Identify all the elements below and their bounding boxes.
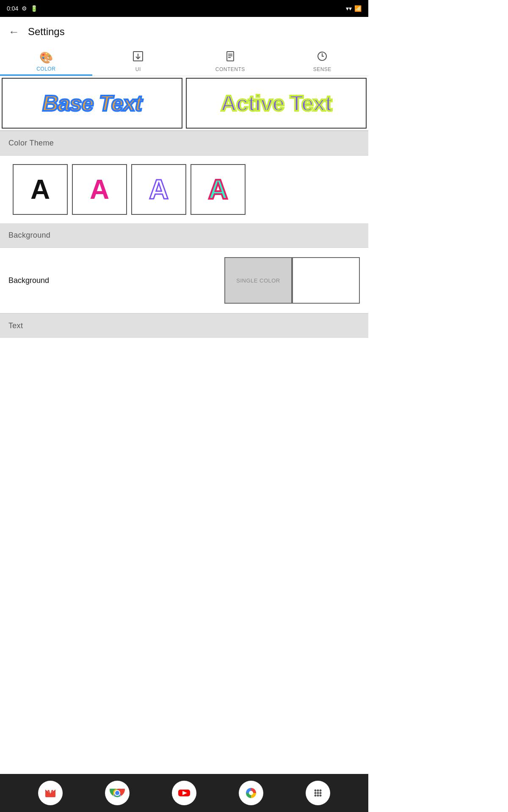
theme-option-pink[interactable]: A [72,164,127,215]
text-section-label: Text [8,321,23,330]
base-text-preview[interactable]: Base Text [2,78,182,129]
theme-option-plain[interactable]: A [13,164,68,215]
active-text-preview[interactable]: Active Text [186,78,367,129]
theme-outline-icon: A [149,174,168,205]
theme-plain-icon: A [30,174,50,205]
sense-tab-icon [317,51,328,65]
color-tab-label: COLOR [36,66,55,72]
battery-status-icon: 🔋 [30,5,38,12]
page-title: Settings [28,26,65,38]
background-option-white[interactable] [292,257,360,304]
settings-status-icon: ⚙ [22,5,27,12]
background-options: SINGLE COLOR [224,257,360,304]
color-theme-section-header: Color Theme [0,131,368,155]
signal-icon: 📶 [354,5,362,12]
tab-sense[interactable]: SENSE [276,47,369,76]
tab-bar: 🎨 COLOR UI CONTENTS [0,47,368,76]
tab-color[interactable]: 🎨 COLOR [0,47,92,76]
color-theme-label: Color Theme [8,139,54,147]
status-right: ▾▾ 📶 [346,5,362,12]
theme-pink-icon: A [90,174,109,205]
sense-tab-label: SENSE [313,66,331,72]
wifi-icon: ▾▾ [346,5,352,12]
status-bar: 0:04 ⚙ 🔋 ▾▾ 📶 [0,0,368,17]
tab-contents[interactable]: CONTENTS [184,47,276,76]
background-option-single-color[interactable]: SINGLE COLOR [224,257,292,304]
contents-tab-icon [225,51,236,65]
theme-option-multi[interactable]: A [190,164,246,215]
ui-tab-icon [133,51,144,65]
tab-ui[interactable]: UI [92,47,185,76]
ui-tab-label: UI [135,66,141,72]
theme-option-outline[interactable]: A [131,164,186,215]
background-section-header: Background [0,223,368,247]
back-button[interactable]: ← [8,25,19,38]
background-row: Background SINGLE COLOR [0,248,368,313]
color-tab-icon: 🎨 [39,51,53,64]
active-text-label: Active Text [221,91,332,116]
contents-tab-label: CONTENTS [215,66,245,72]
color-theme-options: A A A A [0,156,368,223]
base-text-label: Base Text [42,91,142,116]
top-bar: ← Settings [0,17,368,47]
text-preview-area: Base Text Active Text [0,76,368,131]
text-section-header: Text [0,314,368,338]
main-content: ← Settings 🎨 COLOR UI [0,17,368,380]
status-time: 0:04 [7,5,18,12]
theme-multi-icon: A [208,174,228,205]
background-row-label: Background [8,276,49,285]
background-section-label: Background [8,231,50,239]
single-color-label: SINGLE COLOR [236,277,280,284]
status-left: 0:04 ⚙ 🔋 [7,5,38,12]
